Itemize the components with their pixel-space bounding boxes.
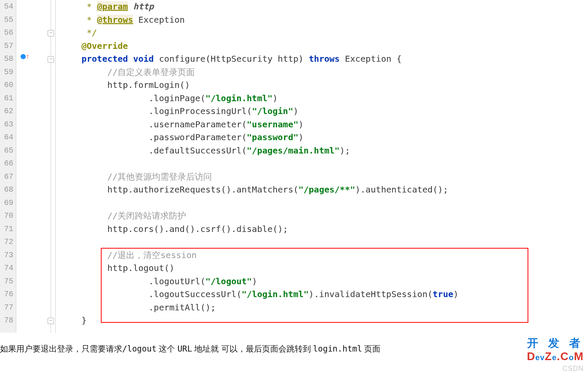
code-line[interactable]: http.cors().and().csrf().disable(); xyxy=(81,223,588,236)
line-number: 64 xyxy=(0,131,13,144)
line-number: 63 xyxy=(0,118,13,131)
watermark-csdn: CSDN xyxy=(563,362,584,376)
line-number: 59 xyxy=(0,66,13,79)
code-line[interactable]: http.formLogin() xyxy=(81,78,588,92)
line-number: 73 xyxy=(0,249,13,262)
line-number: 65 xyxy=(0,144,13,157)
code-line[interactable] xyxy=(81,157,588,170)
article-paragraph: 如果用户要退出登录，只需要请求/logout 这个 URL 地址就 可以，最后页… xyxy=(0,343,380,355)
code-line[interactable]: http.logout() xyxy=(81,262,588,275)
line-number: 69 xyxy=(0,196,13,210)
code-line[interactable]: //退出，清空session xyxy=(81,249,588,262)
fold-toggle-icon[interactable] xyxy=(48,56,54,63)
line-number: 54 xyxy=(0,0,13,13)
fold-toggle-icon[interactable] xyxy=(48,318,54,324)
line-number: 72 xyxy=(0,235,13,249)
code-line[interactable]: @Override xyxy=(81,39,588,53)
code-area[interactable]: * @param http * @throws Exception */ @Ov… xyxy=(56,0,588,333)
code-line[interactable]: .loginPage("/login.html") xyxy=(81,92,588,105)
line-number: 55 xyxy=(0,13,13,27)
line-number: 74 xyxy=(0,262,13,275)
override-gutter-icon[interactable] xyxy=(21,54,26,59)
line-number: 60 xyxy=(0,78,13,92)
line-number: 71 xyxy=(0,223,13,236)
code-line[interactable] xyxy=(81,235,588,249)
override-up-arrow-icon[interactable]: ↑ xyxy=(26,51,30,64)
line-number: 70 xyxy=(0,209,13,223)
code-line[interactable]: //自定义表单登录页面 xyxy=(81,66,588,79)
code-line[interactable]: http.authorizeRequests().antMatchers("/p… xyxy=(81,183,588,196)
line-number: 67 xyxy=(0,170,13,183)
code-line[interactable]: .passwordParameter("password") xyxy=(81,131,588,144)
line-number: 68 xyxy=(0,183,13,196)
line-number-gutter: 54 55 56 57 58 59 60 61 62 63 64 65 66 6… xyxy=(0,0,16,333)
code-line[interactable]: */ xyxy=(81,26,588,39)
line-number: 78 xyxy=(0,314,13,327)
code-line[interactable]: //其他资源均需登录后访问 xyxy=(81,170,588,183)
line-number: 77 xyxy=(0,301,13,314)
line-number: 61 xyxy=(0,92,13,105)
line-number: 76 xyxy=(0,288,13,301)
line-number: 75 xyxy=(0,275,13,288)
code-line[interactable]: .permitAll(); xyxy=(81,301,588,314)
code-line[interactable]: .logoutUrl("/logout") xyxy=(81,275,588,288)
code-line[interactable] xyxy=(81,196,588,210)
code-line[interactable]: .logoutSuccessUrl("/login.html").invalid… xyxy=(81,288,588,301)
code-line[interactable]: .usernameParameter("username") xyxy=(81,118,588,131)
fold-gutter[interactable] xyxy=(46,0,56,333)
line-number: 58 xyxy=(0,52,13,66)
line-number: 57 xyxy=(0,39,13,53)
code-line[interactable]: .defaultSuccessUrl("/pages/main.html"); xyxy=(81,144,588,157)
code-line[interactable]: .loginProcessingUrl("/login") xyxy=(81,105,588,118)
line-number: 56 xyxy=(0,26,13,39)
code-line[interactable]: * @throws Exception xyxy=(81,13,588,27)
line-number: 62 xyxy=(0,105,13,118)
code-editor[interactable]: 54 55 56 57 58 59 60 61 62 63 64 65 66 6… xyxy=(0,0,588,333)
code-line[interactable]: //关闭跨站请求防护 xyxy=(81,209,588,223)
code-line[interactable]: protected void configure(HttpSecurity ht… xyxy=(81,52,588,66)
code-line[interactable]: } xyxy=(81,314,588,327)
line-number: 66 xyxy=(0,157,13,170)
code-line[interactable]: * @param http xyxy=(81,0,588,13)
marker-gutter: ↑ xyxy=(16,0,46,333)
watermark-logo: 开 发 者 DevZe.CoM xyxy=(527,337,584,364)
fold-toggle-icon[interactable] xyxy=(48,30,54,36)
